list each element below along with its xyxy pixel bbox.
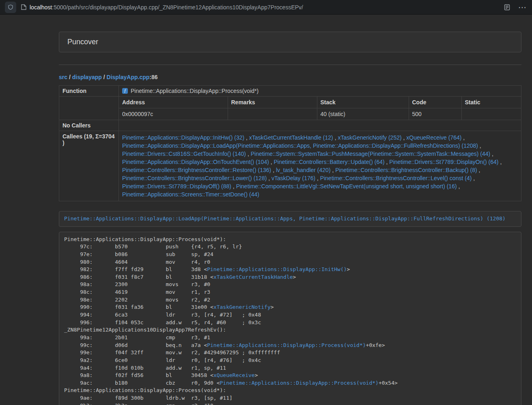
callee-link[interactable]: vTaskDelay (176) [271, 175, 315, 181]
callees-list: Pinetime::Applications::DisplayApp::Init… [119, 131, 521, 201]
page-container: Puncover src / displayapp / DisplayApp.c… [59, 32, 521, 405]
callee-link[interactable]: Pinetime::Applications::DisplayApp::Init… [122, 134, 244, 141]
overflow-menu-icon[interactable]: ⋯ [518, 3, 526, 11]
stack-value: 40 (static) [317, 108, 409, 120]
address-header: Address [119, 97, 228, 108]
callee-link[interactable]: Pinetime::Controllers::Battery::Update()… [274, 159, 385, 165]
remarks-header: Remarks [228, 97, 317, 108]
callee-link[interactable]: Pinetime::System::SystemTask::PushMessag… [251, 151, 491, 157]
symbol-link[interactable]: Pinetime::Applications::DisplayApp::Proc… [207, 342, 366, 348]
breadcrumb-link[interactable]: DisplayApp.cpp [107, 74, 150, 80]
symbol-table: Function f Pinetime::Applications::Displ… [59, 85, 521, 201]
url-bar[interactable]: localhost:5000/path/src/displayapp/Displ… [21, 4, 499, 11]
callee-link[interactable]: xTaskGenericNotify (252) [338, 134, 401, 141]
details-table: Address Remarks Stack Code Static 0x0000… [119, 97, 521, 120]
breadcrumb-line-number: :86 [149, 74, 157, 80]
callee-link[interactable]: lv_task_handler (420) [276, 167, 331, 173]
callee-link[interactable]: Pinetime::Applications::DisplayApp::OnTo… [122, 159, 269, 165]
remarks-value [228, 108, 317, 120]
symbol-link[interactable]: Pinetime::Applications::DisplayApp::Init… [207, 266, 347, 272]
document-icon [21, 4, 26, 10]
shield-icon [7, 4, 14, 11]
shield-button[interactable] [5, 2, 16, 13]
disassembly-box: Pinetime::Applications::DisplayApp::Proc… [59, 232, 521, 405]
symbol-link[interactable]: xQueueReceive [213, 372, 255, 378]
callee-link[interactable]: Pinetime::Controllers::BrightnessControl… [122, 167, 271, 173]
callee-link[interactable]: Pinetime::Drivers::St7789::DisplayOn() (… [389, 159, 498, 165]
details-header-row: Address Remarks Stack Code Static [119, 97, 521, 108]
symbol-link[interactable]: xTaskGetCurrentTaskHandle [213, 274, 293, 280]
url-path: :5000/path/src/displayapp/DisplayApp.cpp… [52, 4, 303, 11]
callee-link[interactable]: Pinetime::Drivers::Cst816S::GetTouchInfo… [122, 151, 246, 157]
highlighted-symbol-box: Pinetime::Applications::DisplayApp::Load… [59, 211, 521, 227]
browser-topbar: localhost:5000/path/src/displayapp/Displ… [0, 0, 532, 15]
code-header: Code [409, 97, 461, 108]
code-value: 500 [409, 108, 461, 120]
callee-link[interactable]: Pinetime::Controllers::BrightnessControl… [335, 167, 477, 173]
static-header: Static [461, 97, 521, 108]
details-table-cell: Address Remarks Stack Code Static 0x0000… [119, 97, 521, 120]
function-symbol-cell: f Pinetime::Applications::DisplayApp::Pr… [119, 86, 521, 97]
breadcrumb-link[interactable]: displayapp [72, 74, 102, 80]
details-row: Address Remarks Stack Code Static 0x0000… [59, 97, 521, 120]
callee-link[interactable]: Pinetime::Drivers::St7789::DisplayOff() … [122, 183, 231, 190]
function-icon: f [122, 88, 128, 94]
callees-row: Callees (19, Σ=3704 ) Pinetime::Applicat… [59, 131, 521, 201]
divider [59, 65, 521, 65]
no-callers-row: No Callers [59, 120, 521, 131]
details-label-cell [59, 97, 119, 120]
no-callers-label: No Callers [59, 120, 119, 131]
address-value: 0x0000097c [119, 108, 228, 120]
stack-header: Stack [317, 97, 409, 108]
static-value [461, 108, 521, 120]
callee-link[interactable]: Pinetime::Components::LittleVgl::SetNewT… [236, 183, 457, 190]
highlighted-symbol-link[interactable]: Pinetime::Applications::DisplayApp::Load… [64, 215, 506, 222]
callee-link[interactable]: Pinetime::Applications::DisplayApp::Load… [122, 142, 478, 149]
callee-link[interactable]: xQueueReceive (764) [406, 134, 461, 141]
no-callers-cell [119, 120, 521, 131]
callee-link[interactable]: Pinetime::Controllers::BrightnessControl… [320, 175, 472, 181]
callees-label: Callees (19, Σ=3704 ) [59, 131, 119, 201]
symbol-link[interactable]: Pinetime::Applications::DisplayApp::Proc… [220, 380, 379, 386]
header-panel: Puncover [59, 32, 521, 52]
page-title: Puncover [67, 38, 513, 46]
breadcrumb-link[interactable]: src [59, 74, 67, 80]
callee-link[interactable]: Pinetime::Controllers::BrightnessControl… [122, 175, 267, 181]
details-value-row: 0x0000097c 40 (static) 500 [119, 108, 521, 120]
callee-link[interactable]: Pinetime::Applications::Screens::Timer::… [122, 191, 259, 198]
symbol-link[interactable]: xTaskGenericNotify [213, 304, 271, 310]
callee-link[interactable]: xTaskGetCurrentTaskHandle (12) [249, 134, 333, 141]
breadcrumb: src / displayapp / DisplayApp.cpp:86 [59, 74, 521, 80]
function-row: Function f Pinetime::Applications::Displ… [59, 86, 521, 97]
function-symbol: Pinetime::Applications::DisplayApp::Proc… [131, 88, 258, 94]
url-host: localhost [30, 4, 52, 11]
function-label: Function [59, 86, 119, 97]
reader-view-icon[interactable] [504, 4, 510, 11]
